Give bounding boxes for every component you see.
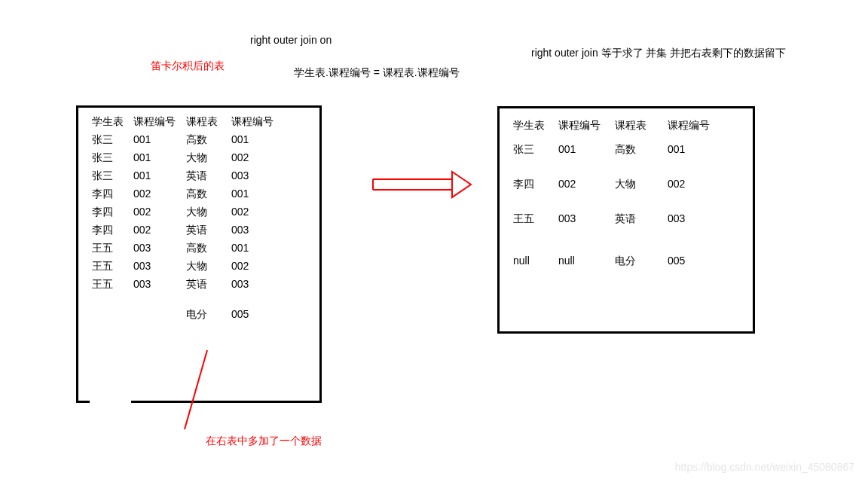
left-cell: 高数 [186, 188, 231, 201]
svg-marker-4 [452, 172, 471, 197]
left-cell: 001 [133, 133, 186, 147]
right-cell: 002 [558, 178, 615, 191]
left-cell: 王五 [92, 278, 133, 291]
left-cell: 003 [231, 224, 284, 237]
right-header-cell: 学生表 [513, 119, 558, 133]
right-cell: 张三 [513, 143, 558, 157]
watermark-text: https://blog.csdn.net/weixin_45080867 [675, 461, 854, 473]
left-cell: 李四 [92, 188, 133, 201]
left-cell: 英语 [186, 278, 231, 291]
table-row: 王五 003 英语 003 [513, 212, 739, 226]
left-cell: 王五 [92, 260, 133, 273]
left-cell: 高数 [186, 242, 231, 255]
left-cell: 002 [133, 206, 186, 219]
arrow-icon [369, 169, 475, 200]
left-cell: 003 [231, 278, 284, 291]
left-box-border-break [90, 398, 131, 403]
left-cell: 张三 [92, 169, 133, 183]
left-cell: 003 [133, 260, 186, 273]
right-cell: null [558, 255, 615, 268]
left-header-cell: 课程编号 [231, 115, 284, 129]
right-cell: 王五 [513, 212, 558, 226]
right-header-cell: 课程表 [615, 119, 668, 133]
left-cell: 002 [231, 151, 284, 165]
left-cell: 001 [133, 151, 186, 165]
left-header-cell: 学生表 [92, 115, 133, 129]
left-cell: 001 [231, 133, 284, 147]
left-cell: 电分 [186, 308, 231, 322]
left-cell: 001 [231, 242, 284, 255]
left-cell [133, 308, 186, 322]
left-cell: 李四 [92, 224, 133, 237]
label-right-outer-join-on: right outer join on [250, 34, 332, 46]
left-cell: 003 [133, 278, 186, 291]
left-cell: 003 [231, 169, 284, 183]
left-cell: 张三 [92, 133, 133, 147]
svg-line-0 [185, 350, 207, 429]
right-cell: 大物 [615, 178, 668, 191]
left-header-cell: 课程编号 [133, 115, 186, 129]
left-cell: 王五 [92, 242, 133, 255]
left-cell [92, 308, 133, 322]
left-cell: 001 [133, 169, 186, 183]
left-cell: 高数 [186, 133, 231, 147]
left-cell: 大物 [186, 260, 231, 273]
right-cell: 003 [668, 212, 720, 226]
right-header-row: 学生表 课程编号 课程表 课程编号 [513, 119, 739, 133]
right-cell: 002 [668, 178, 720, 191]
label-cartesian-product: 笛卡尔积后的表 [151, 59, 225, 73]
left-extra-row: 电分 005 [92, 308, 306, 322]
left-cell: 002 [133, 224, 186, 237]
label-extra-row-note: 在右表中多加了一个数据 [206, 435, 322, 448]
left-cell: 英语 [186, 224, 231, 237]
left-cell: 002 [231, 206, 284, 219]
left-cell: 张三 [92, 151, 133, 165]
left-cell: 003 [133, 242, 186, 255]
red-annotation-line [173, 346, 279, 444]
right-cell: 005 [668, 255, 720, 268]
left-cell: 001 [231, 188, 284, 201]
right-header-cell: 课程编号 [668, 119, 720, 133]
right-table-box: 学生表 课程编号 课程表 课程编号 张三 001 高数 001 李四 002 大… [497, 106, 755, 334]
left-cell: 002 [231, 260, 284, 273]
right-cell: 李四 [513, 178, 558, 191]
right-cell: 003 [558, 212, 615, 226]
table-row: 张三 001 高数 001 [513, 143, 739, 157]
left-cell: 英语 [186, 169, 231, 183]
left-cell: 大物 [186, 151, 231, 165]
left-cell: 大物 [186, 206, 231, 219]
right-cell: 高数 [615, 143, 668, 157]
left-header-cell: 课程表 [186, 115, 231, 129]
right-cell: 001 [668, 143, 720, 157]
label-join-condition: 学生表.课程编号 = 课程表.课程编号 [294, 66, 460, 80]
right-cell: null [513, 255, 558, 268]
left-cell: 李四 [92, 206, 133, 219]
right-cell: 电分 [615, 255, 668, 268]
left-cell: 002 [133, 188, 186, 201]
right-cell: 001 [558, 143, 615, 157]
table-row: null null 电分 005 [513, 255, 739, 268]
left-cell: 005 [231, 308, 284, 322]
right-cell: 英语 [615, 212, 668, 226]
table-row: 李四 002 大物 002 [513, 178, 739, 191]
right-header-cell: 课程编号 [558, 119, 615, 133]
left-table: 学生表 课程编号 课程表 课程编号 张三 001 高数 001 张三 001 大… [92, 115, 306, 291]
label-right-outer-join-desc: right outer join 等于求了 并集 并把右表剩下的数据留下 [531, 47, 786, 60]
